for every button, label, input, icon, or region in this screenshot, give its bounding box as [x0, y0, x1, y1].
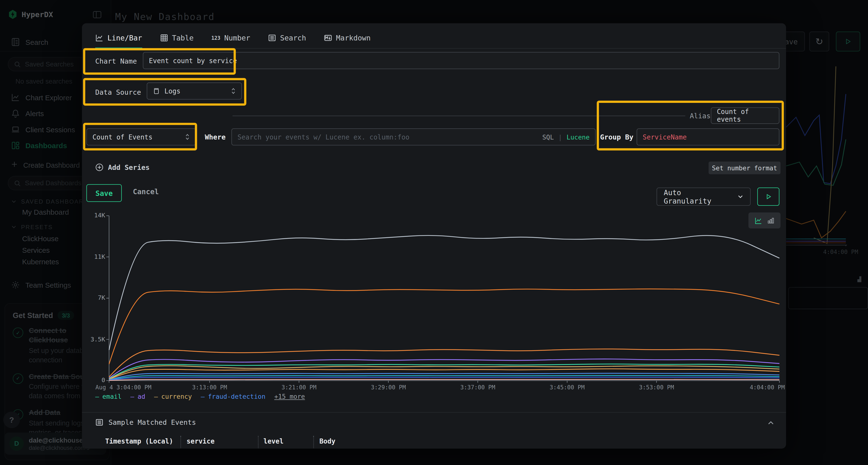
aggregation-select[interactable]: Count of Events [86, 128, 196, 145]
select-updown-icon [185, 133, 190, 140]
tab-label: Search [280, 34, 306, 42]
y-axis-tick: 7K [83, 294, 105, 301]
chart-name-value: Event count by service [149, 57, 237, 64]
chart-editor-modal: Line/Bar Table 123 Number Search [82, 23, 786, 449]
aggregation-value: Count of Events [92, 133, 152, 141]
column-header-level[interactable]: level [264, 437, 283, 445]
list-icon [268, 34, 276, 42]
legend-item[interactable]: —currency [154, 393, 192, 400]
set-number-format-button[interactable]: Set number format [709, 161, 780, 174]
alias-label: Alias [690, 112, 711, 120]
x-axis-tick: 3:21:00 PM [281, 384, 316, 391]
save-button[interactable]: Save [86, 184, 122, 202]
group-by-value: ServiceName [643, 133, 687, 141]
x-axis-tick: Aug 4 3:04:00 PM [95, 384, 151, 391]
column-separator[interactable] [180, 436, 181, 448]
run-query-button[interactable] [757, 188, 779, 206]
chart-series [109, 373, 779, 379]
x-axis-tick: 4:04:00 PM [750, 384, 785, 391]
tab-label: Line/Bar [107, 34, 142, 42]
chart-name-input[interactable]: Event count by service [143, 52, 779, 69]
granularity-value: Auto Granularity [664, 189, 732, 205]
y-axis-tick: 11K [83, 253, 105, 260]
chevron-down-icon [737, 194, 743, 200]
tab-markdown[interactable]: Markdown [324, 28, 371, 48]
plus-circle-icon [95, 163, 103, 171]
group-by-label: Group By [600, 133, 633, 141]
legend-item[interactable]: —email [95, 393, 122, 400]
table-icon [160, 34, 168, 42]
sample-matched-events-header[interactable]: Sample Matched Events [95, 418, 196, 427]
tab-bar: Line/Bar Table 123 Number Search [82, 28, 786, 49]
sql-mode-toggle[interactable]: SQL [542, 133, 554, 141]
x-axis-tick: 3:37:00 PM [460, 384, 495, 391]
chart-series [109, 235, 779, 350]
where-label: Where [205, 133, 225, 141]
add-series-label: Add Series [108, 163, 150, 171]
divider [82, 412, 786, 412]
chart-series [109, 349, 779, 377]
divider [232, 115, 685, 116]
cancel-button[interactable]: Cancel [133, 188, 159, 196]
column-separator[interactable] [313, 436, 314, 448]
pipe-separator: | [558, 133, 562, 141]
granularity-select[interactable]: Auto Granularity [656, 188, 751, 206]
chart-legend: —email—ad—currency—fraud-detection+15 mo… [95, 393, 305, 400]
chart-name-label: Chart Name [95, 57, 137, 65]
legend-item[interactable]: —fraud-detection [201, 393, 266, 400]
select-updown-icon [231, 88, 236, 95]
tab-search[interactable]: Search [268, 28, 306, 48]
tab-label: Number [224, 34, 250, 42]
list-icon [95, 418, 103, 427]
data-source-label: Data Source [95, 88, 141, 96]
group-by-input[interactable]: ServiceName [637, 128, 779, 145]
legend-more-link[interactable]: +15 more [274, 393, 305, 400]
x-axis-tick: 3:45:00 PM [550, 384, 585, 391]
y-axis-tick: 14K [83, 212, 105, 219]
database-icon [153, 88, 160, 95]
add-series-button[interactable]: Add Series [95, 163, 150, 171]
data-source-select[interactable]: Logs [147, 82, 242, 100]
preview-chart: 03.5K7K11K14KAug 4 3:04:00 PM3:13:00 PM3… [109, 215, 779, 380]
x-axis-tick: 3:29:00 PM [371, 384, 406, 391]
collapse-section-icon[interactable] [767, 419, 774, 427]
alias-input[interactable]: Count of events [711, 107, 779, 124]
markdown-icon [324, 34, 332, 42]
tab-label: Markdown [336, 34, 371, 42]
app-root: HyperDX Search Saved Searches No saved s… [0, 0, 868, 465]
column-header-body[interactable]: Body [319, 437, 335, 445]
y-axis-tick: 3.5K [83, 335, 105, 343]
tab-number[interactable]: 123 Number [211, 28, 250, 48]
line-chart-icon [95, 34, 103, 42]
column-header-timestamp[interactable]: Timestamp (Local) [105, 437, 173, 445]
data-source-value: Logs [164, 87, 180, 95]
sample-events-title: Sample Matched Events [108, 418, 196, 427]
alias-value: Count of events [717, 108, 773, 123]
legend-item[interactable]: —ad [130, 393, 145, 400]
events-table-header: Timestamp (Local) service level Body [82, 435, 786, 449]
x-axis-tick: 3:53:00 PM [639, 384, 674, 391]
chart-series [109, 289, 779, 364]
y-axis-tick: 0 [83, 377, 105, 384]
where-search-input[interactable]: Search your events w/ Lucene ex. column:… [231, 128, 596, 145]
tab-line-bar[interactable]: Line/Bar [95, 28, 142, 48]
where-placeholder: Search your events w/ Lucene ex. column:… [238, 133, 409, 141]
play-icon [765, 194, 771, 200]
x-axis-tick: 3:13:00 PM [192, 384, 227, 391]
number-123-icon: 123 [211, 35, 220, 41]
chart-series [109, 379, 779, 380]
tab-label: Table [172, 34, 194, 42]
lucene-mode-toggle[interactable]: Lucene [567, 133, 590, 141]
tab-table[interactable]: Table [160, 28, 194, 48]
column-header-service[interactable]: service [187, 437, 215, 445]
column-separator[interactable] [258, 436, 258, 448]
